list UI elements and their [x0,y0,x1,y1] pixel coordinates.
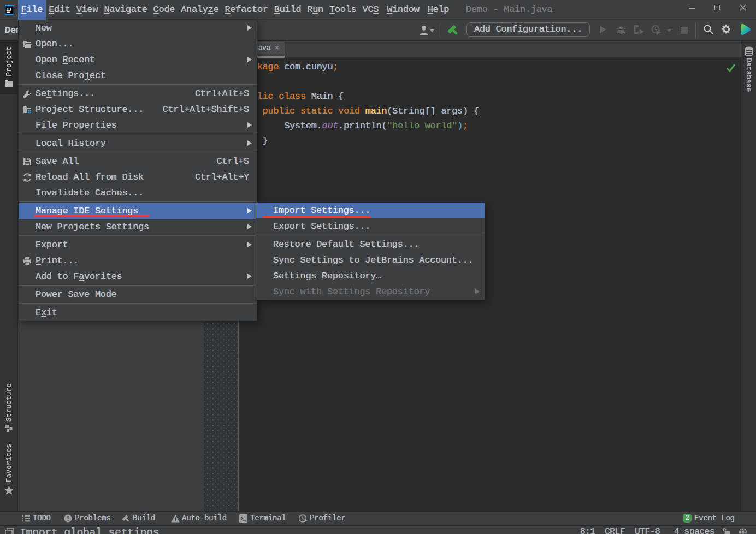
svg-text:IJ: IJ [7,7,11,13]
svg-text:?: ? [743,531,747,534]
